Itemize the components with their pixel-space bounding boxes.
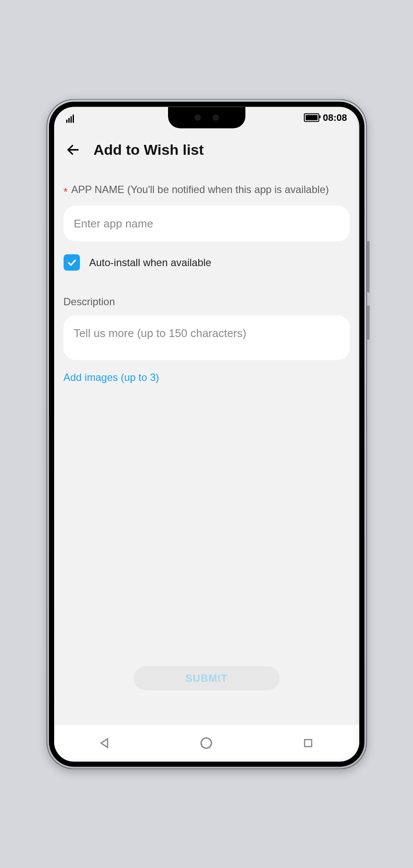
auto-install-row: Auto-install when available <box>64 254 350 270</box>
front-sensor-icon <box>213 114 219 120</box>
signal-icon <box>66 112 74 123</box>
notch <box>168 107 245 128</box>
square-recent-icon <box>302 737 314 749</box>
arrow-left-icon <box>66 142 80 157</box>
nav-home-button[interactable] <box>193 730 219 756</box>
auto-install-checkbox[interactable] <box>64 254 80 270</box>
circle-home-icon <box>199 736 213 750</box>
side-button <box>367 305 370 340</box>
svg-point-2 <box>201 738 211 748</box>
back-button[interactable] <box>64 141 82 158</box>
add-images-link[interactable]: Add images (up to 3) <box>64 371 350 383</box>
description-label: Description <box>64 295 350 307</box>
triangle-back-icon <box>98 736 111 749</box>
svg-marker-1 <box>101 739 107 747</box>
auto-install-label: Auto-install when available <box>89 256 211 268</box>
app-header: Add to Wish list <box>54 141 359 158</box>
side-button <box>367 241 370 292</box>
nav-recent-button[interactable] <box>295 730 321 756</box>
status-clock: 08:08 <box>323 112 347 123</box>
android-nav-bar <box>54 724 359 761</box>
wishlist-form: * APP NAME (You'll be notified when this… <box>54 182 359 705</box>
screen: 08:08 Add to Wish list <box>54 107 359 761</box>
front-camera-icon <box>195 114 201 120</box>
svg-rect-3 <box>305 739 312 746</box>
check-icon <box>67 257 77 267</box>
nav-back-button[interactable] <box>92 730 118 756</box>
battery-icon <box>304 113 319 122</box>
page-title: Add to Wish list <box>94 141 204 158</box>
app-name-label: APP NAME (You'll be notified when this a… <box>71 182 329 196</box>
app-name-input[interactable] <box>64 205 350 241</box>
phone-frame: 08:08 Add to Wish list <box>46 99 367 769</box>
submit-button[interactable]: SUBMIT <box>134 666 280 690</box>
description-input[interactable] <box>64 315 350 360</box>
app-name-label-row: * APP NAME (You'll be notified when this… <box>64 182 350 197</box>
required-marker: * <box>64 186 68 197</box>
